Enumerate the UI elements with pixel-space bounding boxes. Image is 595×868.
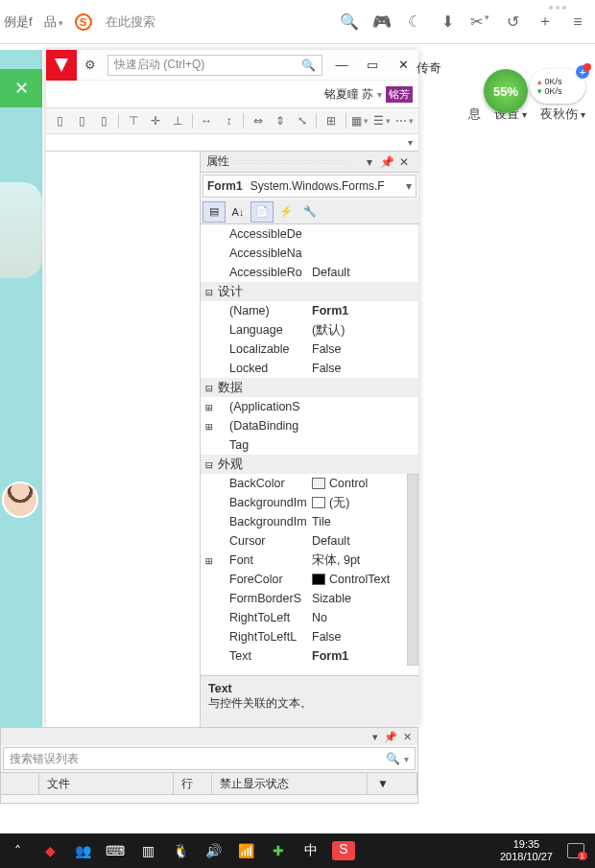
people-icon[interactable]: 👥 (71, 843, 94, 858)
property-row[interactable]: Tag (201, 435, 418, 455)
tab-order-icon[interactable]: ⊞ (321, 111, 341, 130)
prop-value[interactable]: (无) (312, 495, 418, 511)
properties-icon[interactable]: 📄 (250, 201, 274, 223)
tab-legend[interactable]: 传奇 (416, 59, 441, 77)
property-row[interactable]: AccessibleDe (201, 224, 418, 244)
property-row[interactable]: LocalizableFalse (201, 340, 418, 359)
expand-icon[interactable]: ⊟ (201, 457, 218, 472)
sogou-icon[interactable]: S (75, 13, 92, 31)
wifi-icon[interactable]: 📶 (234, 843, 257, 858)
user-name[interactable]: 铭夏瞳 苏 (324, 86, 373, 103)
app-tray-icon[interactable]: ◆ (38, 843, 61, 858)
scissors-icon[interactable]: ✂ (466, 12, 493, 31)
filter-icon[interactable]: ▼ (368, 777, 398, 790)
browser-search-input[interactable]: 在此搜索 (98, 13, 330, 31)
tray-expand-icon[interactable]: ˄ (6, 843, 29, 858)
keyboard-icon[interactable]: ⌨ (104, 843, 127, 858)
property-row[interactable]: AccessibleRoDefault (201, 263, 418, 282)
security-icon[interactable]: ✚ (267, 843, 290, 858)
pin-icon[interactable]: 📌 (378, 155, 395, 169)
property-row[interactable]: ⊞Font宋体, 9pt (201, 551, 418, 570)
avatar[interactable] (2, 481, 38, 518)
prop-value[interactable]: Tile (312, 515, 418, 528)
property-row[interactable]: RightToLeftLFalse (201, 627, 418, 646)
undo-icon[interactable]: ↺ (499, 12, 526, 31)
clock[interactable]: 19:35 2018/10/27 (500, 838, 553, 863)
dist-h-icon[interactable]: ↔ (197, 111, 217, 130)
prop-value[interactable]: Form1 (312, 649, 418, 663)
close-button[interactable]: ✕ (0, 69, 42, 107)
panel-close-icon[interactable]: ✕ (403, 731, 412, 743)
expand-icon[interactable]: ⊞ (201, 400, 218, 414)
col-end[interactable] (398, 773, 417, 794)
toolbox-icon[interactable]: ⚙ (77, 58, 104, 72)
error-search-input[interactable]: 搜索错误列表 🔍 ▾ (3, 747, 416, 770)
prop-value[interactable]: Default (312, 534, 418, 548)
user-badge[interactable]: 铭芳 (386, 86, 413, 103)
link-user[interactable]: 夜秋伤 (540, 106, 585, 123)
panel-close-icon[interactable]: ✕ (395, 155, 413, 169)
scrollbar[interactable] (407, 474, 418, 666)
align-left-icon[interactable]: ▯ (50, 111, 70, 130)
more-icon[interactable]: ⋯ (394, 111, 415, 130)
property-row[interactable]: TextForm1 (201, 646, 418, 666)
link-info[interactable]: 息 (468, 106, 481, 123)
ime-icon[interactable]: 中 (299, 842, 322, 859)
qq-icon[interactable]: 🐧 (169, 843, 192, 858)
align-top-icon[interactable]: ⊤ (123, 111, 143, 130)
align-mid-icon[interactable]: ✛ (146, 111, 166, 130)
property-row[interactable]: (Name)Form1 (201, 301, 418, 320)
quick-launch-input[interactable]: 快速启动 (Ctrl+Q) 🔍 (107, 55, 322, 76)
property-row[interactable]: Language(默认) (201, 320, 418, 340)
plus-icon[interactable]: ＋ (532, 12, 559, 32)
notification-badge[interactable]: + (574, 63, 591, 81)
object-selector[interactable]: Form1 System.Windows.Forms.F ▾ (202, 175, 416, 198)
percent-badge[interactable]: 55% (484, 69, 528, 113)
prop-value[interactable]: No (312, 611, 418, 624)
align-bot-icon[interactable]: ⊥ (168, 111, 188, 130)
menu-icon[interactable]: ≡ (564, 13, 591, 31)
property-row[interactable]: ⊞(ApplicationS (201, 397, 418, 416)
prop-value[interactable]: Sizable (312, 592, 418, 605)
minimize-button[interactable]: ― (326, 50, 357, 81)
align-right-icon[interactable]: ▯ (94, 111, 114, 130)
category-row[interactable]: ⊟数据 (201, 378, 418, 397)
window-close-button[interactable]: ✕ (388, 50, 418, 81)
col-file[interactable]: 文件 (39, 773, 174, 794)
property-row[interactable]: RightToLeftNo (201, 608, 418, 627)
maximize-button[interactable]: ▭ (357, 50, 388, 81)
expand-icon[interactable]: ⊟ (201, 285, 218, 299)
prop-value[interactable]: False (312, 630, 418, 644)
property-row[interactable]: BackgroundIm(无) (201, 493, 418, 512)
grid-icon[interactable]: ▦ (350, 111, 370, 130)
volume-icon[interactable]: 🔊 (202, 843, 225, 858)
categorized-icon[interactable]: ▤ (202, 201, 226, 223)
gamepad-icon[interactable]: 🎮 (369, 12, 395, 31)
prop-value[interactable]: False (312, 342, 418, 356)
category-row[interactable]: ⊟外观 (201, 455, 418, 474)
size-w-icon[interactable]: ⇔ (248, 111, 268, 130)
prop-value[interactable]: ControlText (312, 573, 418, 586)
property-row[interactable]: LockedFalse (201, 359, 418, 378)
expand-icon[interactable]: ⊟ (201, 381, 218, 395)
notifications-icon[interactable]: 1 (562, 839, 589, 862)
expand-icon[interactable]: ⊞ (201, 553, 218, 568)
col-suppress[interactable]: 禁止显示状态 (212, 773, 368, 794)
grid-menu-icon[interactable]: 品 (38, 10, 69, 35)
col-line[interactable]: 行 (174, 773, 212, 794)
property-row[interactable]: ⊞(DataBinding (201, 416, 418, 435)
property-pages-icon[interactable]: 🔧 (298, 201, 321, 223)
layer-icon[interactable]: ☰ (372, 111, 393, 130)
property-row[interactable]: ForeColorControlText (201, 570, 418, 589)
prop-value[interactable]: Default (312, 266, 418, 279)
panel-menu-icon[interactable]: ▾ (361, 155, 378, 169)
prop-value[interactable]: Control (312, 477, 418, 490)
prop-value[interactable]: False (312, 362, 418, 375)
battery-icon[interactable]: ▥ (136, 843, 159, 858)
events-icon[interactable]: ⚡ (274, 201, 298, 223)
search-icon[interactable]: 🔍 (336, 12, 363, 31)
property-row[interactable]: BackgroundImTile (201, 512, 418, 531)
app-logo[interactable] (46, 50, 77, 81)
panel-menu-icon[interactable]: ▾ (372, 731, 378, 743)
moon-icon[interactable]: ☾ (401, 12, 428, 31)
